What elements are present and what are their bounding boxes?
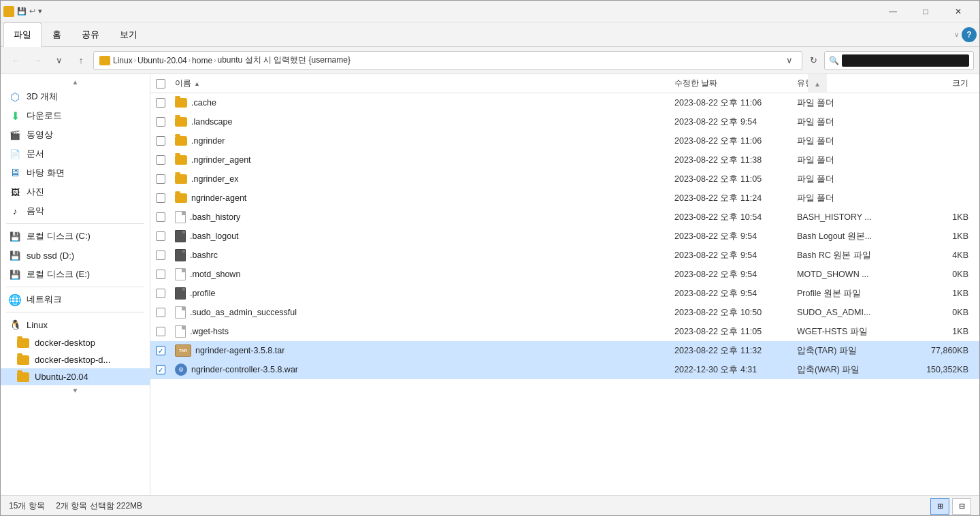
row-filename: .motd_shown <box>190 270 240 279</box>
row-size: 0KB <box>906 270 974 279</box>
sidebar-item-3d[interactable]: ⬡ 3D 개체 <box>1 87 150 106</box>
search-box[interactable]: 🔍 <box>824 51 974 70</box>
up-button[interactable]: ↑ <box>71 51 91 70</box>
row-checkbox[interactable] <box>156 193 165 203</box>
window-controls: — □ ✕ <box>877 1 974 22</box>
close-button[interactable]: ✕ <box>943 1 974 22</box>
sidebar-item-local-c[interactable]: 💾 로컬 디스크 (C:) <box>1 227 150 246</box>
tab-view[interactable]: 보기 <box>110 23 147 46</box>
row-checkbox[interactable] <box>156 136 165 146</box>
header-check <box>156 79 175 88</box>
disk-e-icon: 💾 <box>9 268 21 280</box>
back-button[interactable]: ← <box>6 51 25 70</box>
quick-access-more[interactable]: ▾ <box>38 7 42 16</box>
header-size[interactable]: 크기 <box>906 78 974 89</box>
header-date[interactable]: 수정한 날짜 <box>674 78 797 89</box>
ribbon-collapse[interactable]: ∨ <box>954 31 959 38</box>
row-type: Profile 원본 파일 <box>797 288 906 300</box>
row-checkbox[interactable]: ✓ <box>156 346 165 355</box>
row-type: 파일 폴더 <box>797 135 906 147</box>
row-checkbox[interactable] <box>156 327 165 336</box>
row-filename: .cache <box>191 98 216 108</box>
row-check-cell <box>156 155 175 165</box>
row-checkbox[interactable]: ✓ <box>156 365 165 374</box>
sidebar-item-videos[interactable]: 🎬 동영상 <box>1 125 150 144</box>
table-row[interactable]: .cache2023-08-22 오후 11:06파일 폴더 <box>150 93 979 112</box>
table-row[interactable]: .bash_history2023-08-22 오후 10:54BASH_HIS… <box>150 208 979 227</box>
tab-file[interactable]: 파일 <box>3 22 42 47</box>
file-dark-icon <box>175 249 186 261</box>
row-checkbox[interactable] <box>156 212 165 222</box>
table-row[interactable]: .ngrinder_agent2023-08-22 오후 11:38파일 폴더 <box>150 150 979 170</box>
table-row[interactable]: .wget-hsts2023-08-22 오후 11:05WGET-HSTS 파… <box>150 322 979 341</box>
table-row[interactable]: .bash_logout2023-08-22 오후 9:54Bash Logou… <box>150 227 979 246</box>
sidebar-item-network[interactable]: 🌐 네트워크 <box>1 290 150 309</box>
sidebar-item-docker-desktop[interactable]: docker-desktop <box>1 334 150 351</box>
row-check-cell <box>156 270 175 279</box>
sidebar-scroll-up[interactable]: ▲ <box>1 77 150 87</box>
sidebar-item-linux[interactable]: 🐧 Linux <box>1 315 150 334</box>
recent-button[interactable]: ∨ <box>50 51 69 70</box>
sidebar-item-desktop[interactable]: 🖥 바탕 화면 <box>1 163 150 182</box>
path-dropdown[interactable]: ∨ <box>783 54 796 67</box>
row-checkbox[interactable] <box>156 98 165 108</box>
sidebar-item-music[interactable]: ♪ 음악 <box>1 201 150 221</box>
row-checkbox[interactable] <box>156 231 165 241</box>
sidebar-item-pictures[interactable]: 🖼 사진 <box>1 182 150 201</box>
row-check-cell <box>156 308 175 317</box>
title-bar-left: 💾 ↩ ▾ <box>3 6 42 17</box>
refresh-button[interactable]: ↻ <box>805 52 821 69</box>
sidebar-item-documents[interactable]: 📄 문서 <box>1 144 150 163</box>
help-button[interactable]: ? <box>962 27 977 42</box>
sidebar-item-local-e[interactable]: 💾 로컬 디스크 (E:) <box>1 265 150 284</box>
large-icon-view-button[interactable]: ⊟ <box>952 498 971 515</box>
sidebar-label-videos: 동영상 <box>27 129 53 141</box>
row-checkbox[interactable] <box>156 117 165 127</box>
folder-icon <box>175 117 187 127</box>
table-row[interactable]: .landscape2023-08-22 오후 9:54파일 폴더 <box>150 112 979 131</box>
row-check-cell: ✓ <box>156 346 175 355</box>
header-name[interactable]: 이름 ▲ <box>175 78 674 89</box>
chevron-2: › <box>189 57 191 64</box>
table-row[interactable]: .motd_shown2023-08-22 오후 9:54MOTD_SHOWN … <box>150 265 979 284</box>
row-check-cell: ✓ <box>156 365 175 374</box>
row-name-cell: .landscape <box>175 117 674 127</box>
desktop-icon: 🖥 <box>9 167 21 179</box>
row-name-cell: ⚙ngrinder-controller-3.5.8.war <box>175 364 674 376</box>
row-checkbox[interactable] <box>156 251 165 260</box>
row-filename: .ngrinder <box>191 136 225 146</box>
tab-share[interactable]: 공유 <box>72 23 109 46</box>
header-checkbox[interactable] <box>156 79 165 88</box>
row-checkbox[interactable] <box>156 308 165 317</box>
col-scroll-up[interactable]: ▲ <box>808 74 827 93</box>
row-checkbox[interactable] <box>156 174 165 184</box>
sidebar-item-sub-ssd[interactable]: 💾 sub ssd (D:) <box>1 246 150 265</box>
maximize-button[interactable]: □ <box>910 1 941 22</box>
sidebar-item-ubuntu-20[interactable]: Ubuntu-20.04 <box>1 368 150 385</box>
search-input[interactable] <box>842 54 969 67</box>
table-row[interactable]: .sudo_as_admin_successful2023-08-22 오후 1… <box>150 303 979 322</box>
folder-icon <box>175 155 187 165</box>
sidebar-scroll-down[interactable]: ▼ <box>1 385 150 396</box>
table-row[interactable]: ✓⚙ngrinder-controller-3.5.8.war2022-12-3… <box>150 360 979 379</box>
table-row[interactable]: .profile2023-08-22 오후 9:54Profile 원본 파일1… <box>150 284 979 303</box>
details-view-button[interactable]: ⊞ <box>930 498 949 515</box>
table-row[interactable]: ✓TARngrinder-agent-3.5.8.tar2023-08-22 오… <box>150 341 979 360</box>
quick-access-save[interactable]: 💾 <box>17 7 27 16</box>
row-checkbox[interactable] <box>156 270 165 279</box>
table-row[interactable]: .ngrinder_ex2023-08-22 오후 11:05파일 폴더 <box>150 170 979 189</box>
minimize-button[interactable]: — <box>877 1 909 22</box>
row-checkbox[interactable] <box>156 155 165 165</box>
row-checkbox[interactable] <box>156 289 165 298</box>
sidebar-item-downloads[interactable]: ⬇ 다운로드 <box>1 106 150 125</box>
row-type: WGET-HSTS 파일 <box>797 326 906 338</box>
address-bar[interactable]: Linux › Ubuntu-20.04 › home › ubuntu 설치 … <box>93 51 802 70</box>
table-row[interactable]: .bashrc2023-08-22 오후 9:54Bash RC 원본 파일4K… <box>150 246 979 265</box>
tab-home[interactable]: 홈 <box>43 23 71 46</box>
forward-button[interactable]: → <box>28 51 47 70</box>
sidebar-item-docker-desktop-d[interactable]: docker-desktop-d... <box>1 351 150 368</box>
table-row[interactable]: ngrinder-agent2023-08-22 오후 11:24파일 폴더 <box>150 189 979 208</box>
quick-access-undo[interactable]: ↩ <box>29 7 35 16</box>
table-row[interactable]: .ngrinder2023-08-22 오후 11:06파일 폴더 <box>150 131 979 150</box>
row-filename: ngrinder-controller-3.5.8.war <box>191 365 298 374</box>
